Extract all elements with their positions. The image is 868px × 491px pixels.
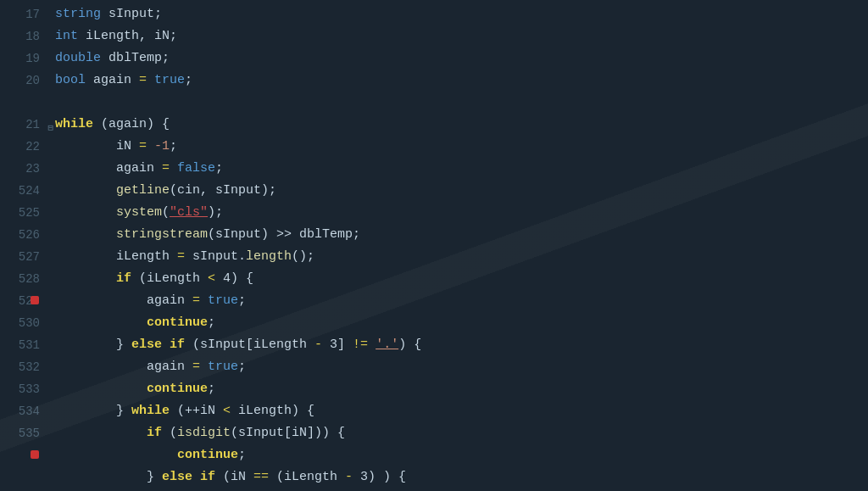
line-num-24: 23: [0, 158, 40, 180]
code-line-again-true: again = true;: [55, 290, 868, 312]
line-num-526: 525: [0, 202, 40, 224]
code-line-iN: iN = -1;: [55, 136, 868, 158]
line-num-525: 524: [0, 180, 40, 202]
line-num-535: 534: [0, 400, 40, 422]
line-numbers: 17 18 19 20 21 ⊟ 22 23 524 525 526 527 5…: [0, 0, 47, 491]
code-line-continue2: continue;: [55, 378, 868, 400]
code-line-getline: getline(cin, sInput);: [55, 180, 868, 202]
line-num-528: 527: [0, 246, 40, 268]
line-num-531: 530: [0, 312, 40, 334]
line-num-536: 535: [0, 422, 40, 444]
line-num-17: 17: [0, 3, 40, 25]
code-line-while: while (again) {: [55, 114, 868, 136]
line-num-21: [0, 92, 40, 114]
code-line-again-true2: again = true;: [55, 356, 868, 378]
code-content: string sInput; int iLength, iN; double d…: [47, 0, 868, 491]
line-num-534: 533: [0, 378, 40, 400]
code-editor: 17 18 19 20 21 ⊟ 22 23 524 525 526 527 5…: [0, 0, 868, 491]
line-num-532: 531: [0, 334, 40, 356]
line-num-18: 18: [0, 25, 40, 47]
line-num-23: 22: [0, 136, 40, 158]
code-line-20: bool again = true;: [55, 70, 868, 92]
code-line-stringstream: stringstream(sInput) >> dblTemp;: [55, 224, 868, 246]
line-num-530: 529: [0, 290, 40, 312]
code-line-again-false: again = false;: [55, 158, 868, 180]
code-line-while2: } while (++iN < iLength) {: [55, 400, 868, 422]
line-num-527: 526: [0, 224, 40, 246]
code-line-if-iLength: if (iLength < 4) {: [55, 268, 868, 290]
line-num-537: [0, 444, 40, 466]
code-line-19: double dblTemp;: [55, 47, 868, 70]
code-line-continue1: continue;: [55, 312, 868, 334]
code-line-else-if2: } else if (iN == (iLength - 3) ) {: [55, 466, 868, 488]
code-line-iLength: iLength = sInput.length();: [55, 246, 868, 268]
line-num-19: 19: [0, 47, 40, 70]
code-line-17: string sInput;: [55, 3, 868, 25]
line-num-529: 528: [0, 268, 40, 290]
code-line-if-isdigit: if (isdigit(sInput[iN])) {: [55, 422, 868, 444]
code-line-blank: [55, 92, 868, 114]
line-num-22: 21 ⊟: [0, 114, 40, 136]
code-line-else-if: } else if (sInput[iLength - 3] != '.') {: [55, 334, 868, 356]
code-line-system: system("cls");: [55, 202, 868, 224]
code-line-18: int iLength, iN;: [55, 25, 868, 47]
code-line-continue3: continue;: [55, 444, 868, 466]
line-num-20: 20: [0, 70, 40, 92]
line-num-533: 532: [0, 356, 40, 378]
